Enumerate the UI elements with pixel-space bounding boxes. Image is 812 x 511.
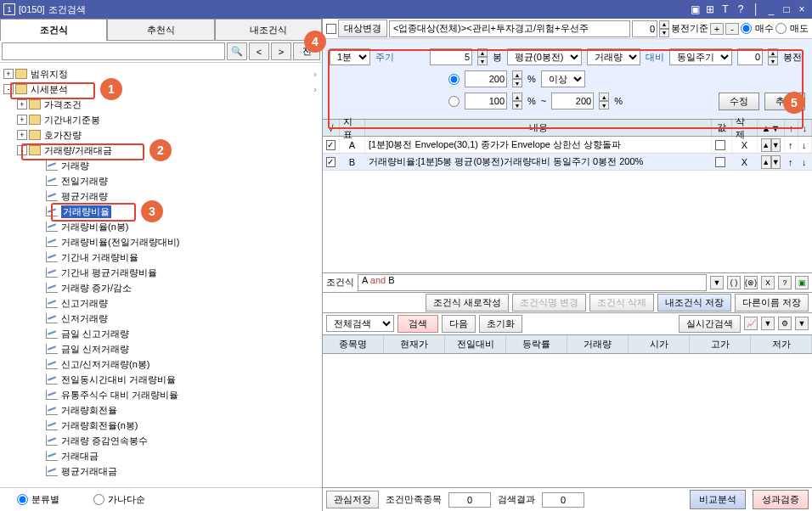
value3-input[interactable]: [551, 93, 594, 110]
titlebar-btn-2[interactable]: T: [719, 3, 732, 16]
condition-row-b[interactable]: B 거래량비율:[1분]5봉 평균(0봉전)거래량대비 동일주기 0봉전 200…: [323, 154, 812, 171]
spinner-down[interactable]: ▼: [477, 57, 488, 65]
spinner-up[interactable]: ▲: [477, 48, 488, 57]
formula-paren2[interactable]: (⊗): [744, 276, 758, 289]
col-price[interactable]: 현재가: [384, 335, 445, 353]
tree-leaf-volume-ratio-prev[interactable]: 거래량비율(전일거래량대비): [0, 234, 322, 250]
formula-check[interactable]: ▣: [795, 276, 809, 289]
cond-a-bottom[interactable]: ↓: [802, 140, 807, 150]
spinner-down[interactable]: ▼: [512, 79, 522, 87]
cond-b-val[interactable]: [715, 157, 725, 167]
cond-a-val[interactable]: [715, 140, 725, 150]
cond-a-top[interactable]: ↑: [788, 140, 793, 150]
tree-leaf-period-avg-volume-ratio[interactable]: 기간내 평균거래량비율: [0, 265, 322, 280]
search-reset-button[interactable]: 초기화: [479, 315, 522, 333]
search-scope-select[interactable]: 전체검색: [326, 315, 394, 332]
col-high[interactable]: 고가: [690, 335, 751, 353]
tree-leaf-float-volume-ratio[interactable]: 유통주식수 대비 거래량비율: [0, 387, 322, 402]
tree-item-price-analysis[interactable]: -시세분석›: [0, 81, 322, 97]
expand-icon[interactable]: +: [17, 130, 27, 140]
tree-leaf-volume-ratio-n[interactable]: 거래량비율(n봉): [0, 219, 322, 234]
tree-leaf-avg-volume[interactable]: 평균거래량: [0, 188, 322, 204]
target-bong-input[interactable]: [632, 20, 657, 37]
cond-b-checkbox[interactable]: [326, 157, 336, 167]
tree-leaf-prev-volume[interactable]: 전일거래량: [0, 173, 322, 188]
cond-a-delete[interactable]: X: [742, 140, 747, 150]
cond-b-bottom[interactable]: ↓: [802, 157, 807, 167]
target-change-button[interactable]: 대상변경: [338, 20, 387, 37]
save-my-formula-button[interactable]: 내조건식 저장: [657, 294, 731, 312]
compare-select[interactable]: 이상: [541, 70, 585, 87]
compare-button[interactable]: 비교분석: [690, 490, 746, 509]
verify-button[interactable]: 성과검증: [753, 490, 809, 509]
col-rate[interactable]: 등락률: [506, 335, 567, 353]
spinner-down[interactable]: ▼: [659, 29, 669, 37]
minimize-button[interactable]: _: [764, 3, 778, 16]
tree-item-period-bong[interactable]: +기간내기준봉: [0, 112, 322, 127]
titlebar-btn-1[interactable]: ⊞: [703, 3, 717, 16]
tab-recommend[interactable]: 추천식: [107, 19, 214, 41]
tree-leaf-volume-incdec[interactable]: 거래량 증가/감소: [0, 280, 322, 295]
cond-b-top[interactable]: ↑: [788, 157, 793, 167]
plus-button[interactable]: +: [710, 23, 724, 35]
cond-a-up[interactable]: ▲: [761, 138, 771, 152]
spinner-up[interactable]: ▲: [659, 20, 669, 29]
tree-leaf-today-high-volume[interactable]: 금일 신고거래량: [0, 326, 322, 341]
minus-button[interactable]: -: [725, 23, 739, 35]
tree-leaf-avg-trade-amount[interactable]: 평균거래대금: [0, 463, 322, 479]
dropdown-icon2[interactable]: ▼: [795, 317, 809, 330]
buy-radio[interactable]: 매수: [741, 22, 774, 35]
same-period-select[interactable]: 동일주기: [669, 48, 732, 65]
bong-before-input[interactable]: [737, 48, 763, 65]
sort-by-category[interactable]: 분류별: [17, 493, 59, 506]
cond-b-delete[interactable]: X: [742, 157, 747, 167]
expand-icon[interactable]: +: [17, 99, 27, 110]
spinner-down[interactable]: ▼: [768, 57, 778, 65]
close-button[interactable]: ×: [795, 3, 809, 16]
cond-a-checkbox[interactable]: [326, 140, 336, 150]
col-low[interactable]: 저가: [751, 335, 812, 353]
spinner-down[interactable]: ▼: [512, 101, 522, 110]
formula-paren[interactable]: ( ): [727, 276, 741, 289]
titlebar-btn-3[interactable]: ?: [734, 3, 747, 16]
collapse-icon[interactable]: -: [17, 145, 27, 155]
tree-leaf-new-low-volume[interactable]: 신저거래량: [0, 311, 322, 326]
condition-row-a[interactable]: A [1분]0봉전 Envelope(30,1) 종가가 Envelope 상한…: [323, 137, 812, 154]
search-button[interactable]: 🔍: [227, 42, 247, 60]
save-as-formula-button[interactable]: 다른이름 저장: [735, 294, 809, 312]
titlebar-btn-0[interactable]: ▣: [688, 3, 702, 16]
col-volume[interactable]: 거래량: [567, 335, 629, 353]
realtime-search-button[interactable]: 실시간검색: [679, 315, 741, 333]
maximize-button[interactable]: □: [780, 3, 793, 16]
formula-input[interactable]: A and B: [358, 274, 707, 291]
formula-help[interactable]: ?: [778, 276, 792, 289]
condition-radio-range[interactable]: [448, 96, 460, 107]
sort-by-name[interactable]: 가나다순: [93, 493, 145, 506]
delete-formula-button[interactable]: 조건식 삭제: [589, 294, 654, 312]
settings-icon[interactable]: ⚙: [778, 317, 792, 330]
formula-toggle[interactable]: ▼: [710, 276, 724, 289]
condition-radio-above[interactable]: [448, 74, 460, 85]
tree-leaf-today-low-volume[interactable]: 금일 신저거래량: [0, 341, 322, 357]
col-open[interactable]: 시가: [629, 335, 690, 353]
next-button[interactable]: >: [271, 42, 291, 60]
tree-leaf-highlow-volume-n[interactable]: 신고/신저거래량(n봉): [0, 357, 322, 372]
save-interest-button[interactable]: 관심저장: [326, 491, 379, 508]
period-select[interactable]: 1분: [330, 48, 370, 65]
rename-formula-button[interactable]: 조건식명 변경: [512, 294, 586, 312]
dropdown-icon[interactable]: ▼: [761, 317, 775, 330]
tree-leaf-new-high-volume[interactable]: 신고거래량: [0, 295, 322, 311]
tree-leaf-volume-turnover-n[interactable]: 거래량회전율(n봉): [0, 418, 322, 433]
formula-x[interactable]: X: [761, 276, 775, 289]
spinner-up[interactable]: ▲: [512, 93, 522, 101]
spinner-down[interactable]: ▼: [599, 101, 609, 110]
col-name[interactable]: 종목명: [323, 335, 384, 353]
cond-a-down[interactable]: ▼: [771, 138, 781, 152]
new-formula-button[interactable]: 조건식 새로작성: [426, 294, 509, 312]
volume-type-select[interactable]: 거래량: [587, 48, 640, 65]
sell-radio[interactable]: 매도: [775, 22, 809, 35]
value1-input[interactable]: [465, 70, 507, 87]
tree-leaf-trade-amount[interactable]: 거래대금: [0, 448, 322, 463]
spinner-up[interactable]: ▲: [512, 70, 522, 79]
spinner-up[interactable]: ▲: [768, 48, 778, 57]
